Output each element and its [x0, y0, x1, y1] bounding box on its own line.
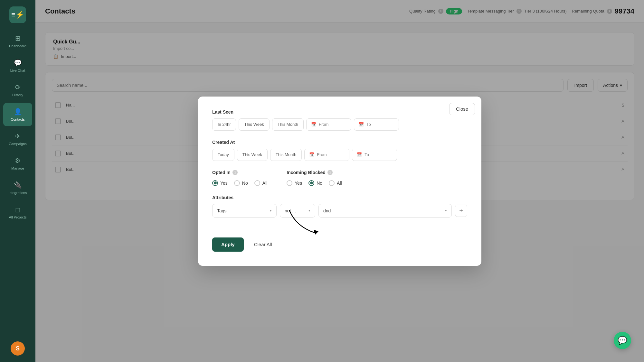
history-icon: ⟳: [15, 83, 21, 91]
sidebar-item-dashboard[interactable]: ⊞ Dashboard: [3, 30, 32, 53]
created-at-to-input[interactable]: 📅 To: [352, 149, 397, 161]
incoming-blocked-no[interactable]: No: [308, 180, 322, 186]
chat-fab-icon: 💬: [618, 336, 627, 345]
from-placeholder: From: [317, 152, 327, 157]
opted-in-label: Opted In: [212, 170, 231, 175]
incoming-blocked-title: Incoming Blocked ℹ: [287, 170, 342, 175]
incoming-blocked-no-label: No: [317, 181, 322, 186]
sidebar-item-all-projects[interactable]: ◻ All Projects: [3, 201, 32, 224]
modal-close-button[interactable]: Close: [449, 103, 475, 115]
attributes-type-value: Tags: [217, 208, 227, 213]
last-seen-label: Last Seen: [212, 109, 467, 115]
opted-in-no[interactable]: No: [234, 180, 248, 186]
add-attribute-button[interactable]: +: [455, 205, 467, 217]
incoming-blocked-options: Yes No All: [287, 180, 342, 186]
last-seen-chip-in24hr[interactable]: In 24hr: [212, 118, 236, 131]
integrations-icon: 🔌: [14, 181, 22, 189]
sidebar: ≡⚡ ⊞ Dashboard 💬 Live Chat ⟳ History 👤 C…: [0, 0, 35, 362]
attributes-label: Attributes: [212, 195, 467, 200]
opted-in-yes-radio[interactable]: [212, 180, 218, 186]
attributes-value-chevron-icon: ▾: [445, 209, 447, 213]
sidebar-item-live-chat[interactable]: 💬 Live Chat: [3, 54, 32, 77]
sidebar-item-label: Dashboard: [9, 44, 26, 48]
sidebar-item-integrations[interactable]: 🔌 Integrations: [3, 176, 32, 200]
sidebar-item-label: Integrations: [8, 191, 27, 195]
dashboard-icon: ⊞: [15, 34, 21, 42]
incoming-blocked-label: Incoming Blocked: [287, 170, 326, 175]
sidebar-item-contacts[interactable]: 👤 Contacts: [3, 103, 32, 126]
opted-in-all[interactable]: All: [254, 180, 268, 186]
action-row: Apply Clear All: [212, 237, 467, 252]
campaigns-icon: ✈: [15, 132, 21, 140]
radio-sections: Opted In ℹ Yes No: [212, 170, 467, 186]
main-content: Contacts Quality Rating ℹ High Template …: [35, 0, 644, 362]
created-at-section: Created At Today This Week This Month 📅 …: [212, 140, 467, 161]
chip-label: In 24hr: [218, 122, 231, 127]
incoming-blocked-yes[interactable]: Yes: [287, 180, 302, 186]
opted-in-yes[interactable]: Yes: [212, 180, 228, 186]
chat-fab-button[interactable]: 💬: [614, 332, 631, 349]
last-seen-from-input[interactable]: 📅 From: [306, 118, 351, 131]
last-seen-section: Last Seen In 24hr This Week This Month 📅…: [212, 109, 467, 131]
sidebar-item-label: All Projects: [9, 215, 26, 219]
attributes-section: Attributes Tags ▾ not ... ▾ dnd ▾: [212, 195, 467, 218]
attributes-row: Tags ▾ not ... ▾ dnd ▾ +: [212, 204, 467, 218]
incoming-blocked-all-radio[interactable]: [329, 180, 335, 186]
filter-modal: Close Last Seen In 24hr This Week This M…: [198, 97, 481, 266]
avatar[interactable]: S: [11, 341, 25, 356]
last-seen-chip-this-month[interactable]: This Month: [272, 118, 304, 131]
chip-label: This Month: [278, 122, 298, 127]
calendar-icon: 📅: [309, 152, 314, 157]
svg-marker-0: [314, 230, 318, 235]
clear-all-button[interactable]: Clear All: [250, 237, 276, 252]
manage-icon: ⚙: [15, 157, 21, 164]
opted-in-title: Opted In ℹ: [212, 170, 267, 175]
sidebar-item-history[interactable]: ⟳ History: [3, 79, 32, 102]
incoming-blocked-all[interactable]: All: [329, 180, 342, 186]
sidebar-item-label: Live Chat: [10, 69, 25, 72]
sidebar-logo[interactable]: ≡⚡: [9, 6, 26, 23]
chip-label: This Month: [276, 152, 296, 157]
opted-in-info-icon[interactable]: ℹ: [232, 170, 238, 175]
opted-in-options: Yes No All: [212, 180, 267, 186]
incoming-blocked-info-icon[interactable]: ℹ: [327, 170, 333, 175]
sidebar-item-campaigns[interactable]: ✈ Campaigns: [3, 127, 32, 151]
contacts-icon: 👤: [14, 108, 22, 116]
opted-in-all-label: All: [262, 181, 268, 186]
created-at-chip-today[interactable]: Today: [212, 149, 234, 161]
created-at-filter-row: Today This Week This Month 📅 From 📅 To: [212, 149, 467, 161]
last-seen-filter-row: In 24hr This Week This Month 📅 From 📅: [212, 118, 467, 131]
add-icon: +: [459, 207, 463, 214]
sidebar-item-manage[interactable]: ⚙ Manage: [3, 152, 32, 175]
chip-label: This Week: [244, 122, 264, 127]
all-projects-icon: ◻: [15, 206, 21, 213]
opted-in-group: Opted In ℹ Yes No: [212, 170, 267, 186]
last-seen-chip-this-week[interactable]: This Week: [239, 118, 269, 131]
sidebar-item-label: History: [12, 93, 23, 97]
incoming-blocked-no-radio[interactable]: [308, 180, 314, 186]
opted-in-all-radio[interactable]: [254, 180, 260, 186]
created-at-chip-this-week[interactable]: This Week: [237, 149, 268, 161]
incoming-blocked-group: Incoming Blocked ℹ Yes No: [287, 170, 342, 186]
attributes-value-input[interactable]: dnd ▾: [318, 204, 452, 218]
created-at-chip-this-month[interactable]: This Month: [270, 149, 302, 161]
opted-in-yes-label: Yes: [220, 181, 228, 186]
opted-in-no-radio[interactable]: [234, 180, 240, 186]
sidebar-item-label: Manage: [11, 166, 24, 170]
incoming-blocked-yes-label: Yes: [295, 181, 302, 186]
sidebar-item-label: Campaigns: [9, 142, 27, 146]
sidebar-item-label: Contacts: [11, 117, 24, 121]
created-at-from-input[interactable]: 📅 From: [304, 149, 349, 161]
arrow-annotation-svg: [264, 207, 328, 239]
chip-label: Today: [218, 152, 229, 157]
calendar-icon: 📅: [311, 122, 316, 127]
arrow-annotation-container: [212, 227, 467, 236]
last-seen-to-input[interactable]: 📅 To: [354, 118, 399, 131]
calendar-icon: 📅: [357, 152, 362, 157]
to-placeholder: To: [365, 152, 369, 157]
created-at-label: Created At: [212, 140, 467, 145]
incoming-blocked-yes-radio[interactable]: [287, 180, 292, 186]
opted-in-no-label: No: [242, 181, 248, 186]
apply-button[interactable]: Apply: [212, 237, 244, 252]
to-placeholder: To: [366, 122, 371, 127]
